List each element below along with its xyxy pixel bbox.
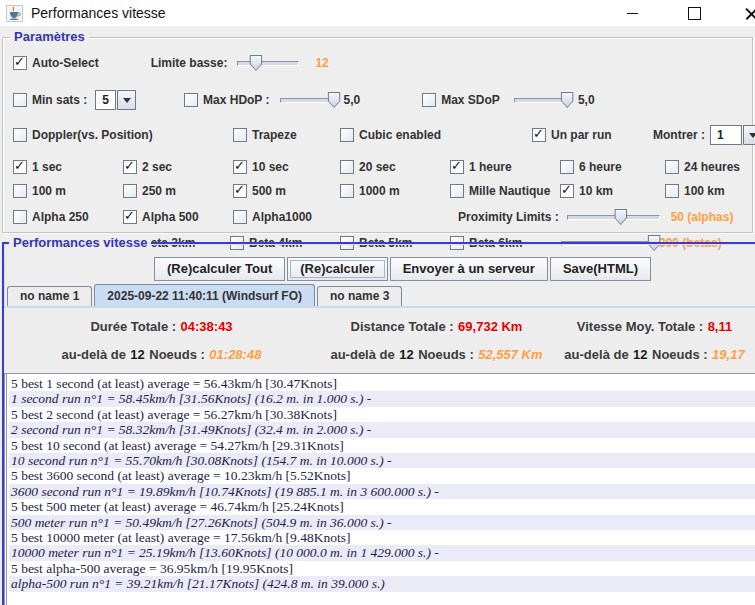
checkbox-6-heure[interactable]: 6 heure <box>560 160 665 174</box>
checkbox-box[interactable] <box>340 184 354 198</box>
auto-select-checkbox-box[interactable] <box>13 56 27 70</box>
montrer-dropdown-button[interactable] <box>743 125 755 145</box>
checkbox-mille-nautique[interactable]: Mille Nautique <box>450 184 560 198</box>
montrer-value[interactable]: 1 <box>710 125 742 145</box>
slider-track[interactable] <box>237 61 299 66</box>
checkbox-trapeze[interactable]: Trapeze <box>233 128 310 142</box>
parameters-group-title: Paramètres <box>10 29 89 45</box>
cubic-label: Cubic enabled <box>359 128 441 142</box>
titlebar[interactable]: Performances vitesse <box>0 0 755 26</box>
checkbox-box[interactable] <box>13 160 27 174</box>
checkbox-box[interactable] <box>123 184 137 198</box>
beyond-prefix: au-delà de <box>62 347 126 362</box>
slider-thumb[interactable] <box>249 55 262 71</box>
checkbox-label: Mille Nautique <box>469 184 550 198</box>
checkbox-box[interactable] <box>123 210 137 224</box>
checkbox-box[interactable] <box>123 160 137 174</box>
max-hdop-checkbox-box[interactable] <box>184 93 198 107</box>
max-hdop-value: 5,0 <box>344 93 361 107</box>
checkbox-1-sec[interactable]: 1 sec <box>13 160 123 174</box>
min-sats-checkbox-box[interactable] <box>13 93 27 107</box>
checkbox-alpha-1000[interactable]: Alpha1000 <box>233 210 343 224</box>
checkbox-box[interactable] <box>13 210 27 224</box>
slider-thumb[interactable] <box>328 92 341 108</box>
checkbox-2-sec[interactable]: 2 sec <box>123 160 233 174</box>
maximize-button[interactable] <box>683 3 705 23</box>
min-sats-value[interactable]: 5 <box>95 90 116 110</box>
checkbox-box[interactable] <box>340 160 354 174</box>
checkbox-box[interactable] <box>450 184 464 198</box>
total-duration-stat: Durée Totale : 04:38:43 <box>4 317 319 335</box>
checkbox-auto-select[interactable]: Auto-Select <box>13 56 99 70</box>
minimize-button[interactable] <box>621 3 643 23</box>
checkbox-1-heure[interactable]: 1 heure <box>450 160 560 174</box>
montrer-combobox[interactable]: 1 <box>710 125 755 145</box>
checkbox-box[interactable] <box>233 160 247 174</box>
checkbox-10-km[interactable]: 10 km <box>560 184 665 198</box>
beyond-duration-value: 01:28:48 <box>209 347 261 362</box>
checkbox-un-par-run[interactable]: Un par run <box>532 128 612 142</box>
recalculate-all-button[interactable]: (Re)calculer Tout <box>154 257 285 281</box>
checkbox-box[interactable] <box>665 184 679 198</box>
checkbox-250-m[interactable]: 250 m <box>123 184 233 198</box>
trapeze-checkbox-box[interactable] <box>233 128 247 142</box>
checkbox-label: 1000 m <box>359 184 400 198</box>
checkbox-label: 250 m <box>142 184 176 198</box>
log-line: 5 best 10 second (at least) average = 54… <box>9 438 755 453</box>
tab-no-name-3[interactable]: no name 3 <box>317 286 402 306</box>
max-hdop-slider[interactable] <box>280 92 338 108</box>
avg-speed-value: 8,11 <box>708 319 733 334</box>
beyond-suffix: Noeuds : <box>652 347 708 362</box>
max-sdop-slider[interactable] <box>514 92 572 108</box>
checkbox-box[interactable] <box>560 184 574 198</box>
tab-windsurf-session[interactable]: 2025-09-22 11:40:11 (Windsurf FO) <box>94 284 315 306</box>
slider-thumb[interactable] <box>614 209 627 225</box>
log-line: 2 second run n°1 = 58.32km/h [31.49Knots… <box>9 422 755 437</box>
checkbox-1000-m[interactable]: 1000 m <box>340 184 450 198</box>
checkbox-label: Alpha 250 <box>32 210 89 224</box>
send-to-server-button[interactable]: Envoyer à un serveur <box>390 257 548 281</box>
checkbox-box[interactable] <box>13 184 27 198</box>
checkbox-100-km[interactable]: 100 km <box>665 184 725 198</box>
java-app-icon <box>6 5 23 22</box>
checkbox-alpha-500[interactable]: Alpha 500 <box>123 210 233 224</box>
min-sats-dropdown-button[interactable] <box>117 90 136 110</box>
checkbox-20-sec[interactable]: 20 sec <box>340 160 450 174</box>
actions-toolbar: (Re)calculer Tout (Re)calculer Envoyer à… <box>154 257 755 281</box>
checkbox-label: 6 heure <box>579 160 622 174</box>
checkbox-box[interactable] <box>233 210 247 224</box>
checkbox-box[interactable] <box>450 160 464 174</box>
checkbox-24-heures[interactable]: 24 heures <box>665 160 740 174</box>
tab-no-name-1[interactable]: no name 1 <box>7 286 92 306</box>
max-sdop-checkbox-box[interactable] <box>422 93 436 107</box>
doppler-checkbox-box[interactable] <box>13 128 27 142</box>
checkbox-box[interactable] <box>233 184 247 198</box>
checkbox-box[interactable] <box>665 160 679 174</box>
proximity-alpha-slider[interactable] <box>567 209 660 225</box>
slider-track[interactable] <box>567 215 660 220</box>
checkbox-label: 500 m <box>252 184 286 198</box>
limite-basse-label: Limite basse: <box>151 56 228 70</box>
close-icon <box>745 7 755 20</box>
checkbox-alpha-250[interactable]: Alpha 250 <box>13 210 123 224</box>
content-area: Paramètres Auto-Select Limite basse: 12 <box>0 26 755 605</box>
recalculate-button[interactable]: (Re)calculer <box>287 257 387 281</box>
checkbox-min-sats[interactable]: Min sats : <box>13 93 87 107</box>
cubic-checkbox-box[interactable] <box>340 128 354 142</box>
checkbox-doppler[interactable]: Doppler(vs. Position) <box>13 128 175 142</box>
checkbox-cubic-enabled[interactable]: Cubic enabled <box>340 128 450 142</box>
un-par-run-checkbox-box[interactable] <box>532 128 546 142</box>
checkbox-box[interactable] <box>560 160 574 174</box>
log-line: 5 best 3600 second (at least) average = … <box>9 468 755 483</box>
checkbox-max-sdop[interactable]: Max SDoP <box>422 93 500 107</box>
checkbox-100-m[interactable]: 100 m <box>13 184 123 198</box>
checkbox-max-hdop[interactable]: Max HDoP : <box>184 93 269 107</box>
close-button[interactable] <box>740 3 755 23</box>
limite-basse-slider[interactable] <box>237 55 299 71</box>
min-sats-combobox[interactable]: 5 <box>95 90 136 110</box>
checkbox-500-m[interactable]: 500 m <box>233 184 340 198</box>
save-html-button[interactable]: Save(HTML) <box>550 257 651 281</box>
slider-thumb[interactable] <box>561 92 574 108</box>
results-textarea[interactable]: 5 best 1 second (at least) average = 56.… <box>4 373 755 605</box>
checkbox-10-sec[interactable]: 10 sec <box>233 160 340 174</box>
